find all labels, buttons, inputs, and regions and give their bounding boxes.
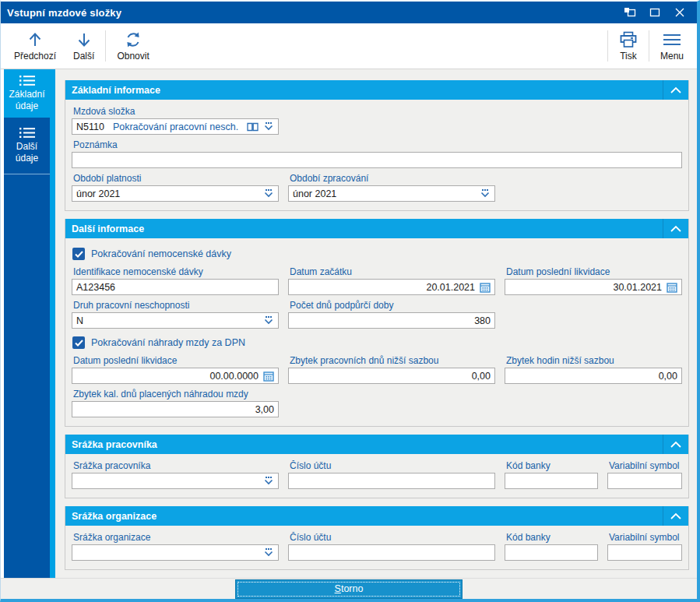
section-header: Základní informace — [65, 80, 688, 100]
srazka-pracovnika-select[interactable] — [72, 473, 279, 489]
field-label: Srážka pracovníka — [73, 460, 279, 471]
collapse-section-button[interactable] — [663, 80, 688, 100]
datum-likvidace-dpn-input[interactable]: 00.00.0000 — [72, 368, 279, 384]
field-label: Datum poslední likvidace — [73, 355, 279, 366]
field-label: Datum začátku — [290, 266, 495, 277]
window-body: Základní údaje Další údaje Základní info… — [1, 69, 697, 578]
collapse-section-button[interactable] — [663, 435, 688, 454]
menu-button[interactable]: Menu — [652, 26, 692, 66]
variabilni-symbol-input[interactable] — [607, 544, 682, 561]
close-window-button[interactable] — [669, 4, 691, 21]
pocet-dnu-input[interactable]: 380 — [288, 312, 495, 329]
calendar-icon[interactable] — [667, 282, 677, 293]
field-label: Srážka organizace — [73, 532, 279, 543]
druh-neschopnosti-select[interactable]: N — [72, 312, 279, 329]
field-label: Druh pracovní neschopnosti — [73, 300, 279, 311]
field-obdobi-platnosti: Období platnosti únor 2021 — [72, 168, 279, 202]
zbytek-hodin-input[interactable]: 0,00 — [505, 368, 682, 384]
combo-dropdown-icon[interactable] — [263, 315, 274, 326]
calendar-icon[interactable] — [480, 282, 491, 293]
variabilni-symbol-input[interactable] — [607, 473, 682, 489]
zbytek-dnu-input[interactable]: 0,00 — [288, 368, 495, 384]
toolbar: Předchozí Další Obnovit — [1, 23, 697, 69]
field-label: Kód banky — [506, 460, 598, 471]
datum-zacatku-input[interactable]: 20.01.2021 — [288, 279, 495, 295]
window-title: Vstupní mzdové složky — [7, 7, 121, 19]
cislo-uctu-input[interactable] — [288, 544, 495, 561]
maximize-window-button[interactable] — [644, 4, 666, 21]
datum-posledni-likvidace-input[interactable]: 30.01.2021 — [505, 279, 682, 295]
app-window: Vstupní mzdové složky — [0, 0, 700, 602]
checkbox-label[interactable]: Pokračování nemocenské dávky — [91, 248, 231, 259]
collapse-section-button[interactable] — [663, 506, 688, 526]
kod-banky-input[interactable] — [505, 473, 598, 489]
combo-dropdown-icon[interactable] — [480, 188, 491, 199]
calendar-icon[interactable] — [263, 371, 274, 382]
section-dalsi-informace: Další informace Pokračování nemocenské d — [65, 219, 689, 427]
combo-dropdown-icon[interactable] — [263, 188, 274, 199]
field-datum-zacatku: Datum začátku 20.01.2021 — [288, 262, 495, 295]
catalog-book-icon[interactable] — [247, 122, 259, 132]
section-srazka-organizace: Srážka organizace Srážka organizace — [65, 506, 689, 570]
chevron-up-icon — [669, 224, 683, 234]
chevron-up-icon — [669, 86, 683, 95]
storno-button[interactable]: Storno — [236, 580, 462, 598]
printer-icon — [619, 31, 638, 48]
field-mzdova-slozka: Mzdová složka N5110 Pokračování pracovní… — [72, 101, 279, 135]
collapse-section-button[interactable] — [663, 219, 688, 238]
previous-button[interactable]: Předchozí — [5, 26, 65, 66]
section-header: Srážka pracovníka — [65, 435, 688, 454]
sidebar-item-dalsi-udaje[interactable]: Další údaje — [4, 118, 55, 174]
field-label: Variabilní symbol — [609, 532, 682, 543]
menu-label: Menu — [660, 51, 684, 62]
field-label: Identifikace nemocenské dávky — [73, 266, 279, 277]
checkbox-label[interactable]: Pokračování náhrady mzdy za DPN — [91, 337, 245, 348]
field-value: 380 — [293, 315, 491, 326]
sidebar-item-label: Základní údaje — [5, 89, 49, 112]
field-kod-banky: Kód banky — [505, 527, 598, 561]
sidebar-item-zakladni-udaje[interactable]: Základní údaje — [4, 69, 55, 118]
field-label: Variabilní symbol — [609, 460, 682, 471]
toolbar-separator — [105, 30, 106, 62]
combo-dropdown-icon[interactable] — [263, 476, 274, 486]
next-label: Další — [73, 51, 94, 62]
field-datum-likvidace-dpn: Datum poslední likvidace 00.00.0000 — [72, 350, 279, 384]
section-title: Srážka pracovníka — [72, 439, 157, 450]
srazka-organizace-select[interactable] — [72, 544, 279, 561]
restore-window-button[interactable] — [619, 4, 641, 21]
print-button[interactable]: Tisk — [610, 26, 646, 66]
maximize-icon — [649, 6, 661, 19]
kod-banky-input[interactable] — [505, 544, 598, 561]
field-value: N — [76, 315, 259, 326]
cislo-uctu-input[interactable] — [288, 473, 495, 489]
field-cislo-uctu: Číslo účtu — [288, 527, 495, 561]
combo-dropdown-icon[interactable] — [263, 547, 274, 558]
toolbar-separator — [649, 30, 649, 62]
zbytek-kal-dnu-input[interactable]: 3,00 — [72, 401, 279, 417]
next-button[interactable]: Další — [65, 26, 103, 66]
wage-component-code: N5110 — [76, 121, 104, 132]
obdobi-zpracovani-select[interactable]: únor 2021 — [288, 185, 495, 202]
refresh-button[interactable]: Obnovit — [108, 26, 157, 66]
checkbox-checked[interactable] — [72, 336, 85, 349]
field-label: Období zpracování — [290, 173, 495, 184]
field-label: Poznámka — [73, 139, 682, 150]
obdobi-platnosti-select[interactable]: únor 2021 — [72, 185, 279, 202]
field-value: 30.01.2021 — [509, 282, 662, 293]
field-value: únor 2021 — [76, 188, 259, 199]
combo-dropdown-icon[interactable] — [263, 121, 274, 132]
field-zbytek-kal-dnu: Zbytek kal. dnů placených náhradou mzdy … — [72, 384, 279, 417]
section-title: Srážka organizace — [72, 511, 157, 522]
refresh-label: Obnovit — [117, 51, 149, 62]
poznamka-input[interactable] — [72, 152, 682, 168]
toolbar-right-group: Tisk Menu — [605, 26, 692, 66]
section-srazka-pracovnika: Srážka pracovníka Srážka pracovníka — [65, 435, 689, 498]
field-srazka-pracovnika: Srážka pracovníka — [72, 456, 279, 489]
identifikace-input[interactable]: A123456 — [72, 279, 279, 295]
field-zbytek-hodin: Zbytek hodin nižší sazbou 0,00 — [505, 350, 682, 384]
sidebar: Základní údaje Další údaje — [4, 69, 55, 578]
restore-icon — [623, 6, 637, 19]
mzdova-slozka-input[interactable]: N5110 Pokračování pracovní nesch. — [72, 118, 279, 135]
window-controls — [619, 4, 691, 21]
checkbox-checked[interactable] — [72, 248, 85, 260]
